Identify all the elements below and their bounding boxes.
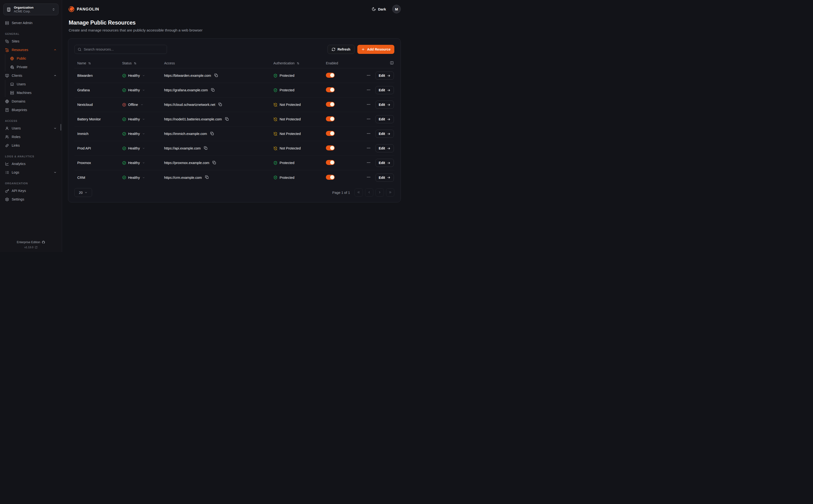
sidebar-item-label: Settings <box>12 197 24 201</box>
sidebar-item-domains[interactable]: Domains <box>3 97 59 106</box>
ellipsis-icon <box>366 131 371 136</box>
edition-link[interactable]: Enterprise Edition <box>0 241 62 244</box>
next-page-button[interactable] <box>375 188 384 197</box>
prev-page-button[interactable] <box>365 188 373 197</box>
arrow-right-icon <box>387 103 390 107</box>
enabled-toggle[interactable] <box>326 175 335 180</box>
status-badge[interactable]: Healthy <box>122 74 145 78</box>
sidebar-item-settings[interactable]: Settings <box>3 195 59 204</box>
table-row: CRM Healthy https://crm.example.com Prot… <box>74 170 394 185</box>
chevron-down-icon <box>142 147 145 150</box>
edit-button[interactable]: Edit <box>375 115 394 123</box>
status-badge[interactable]: Healthy <box>122 88 145 92</box>
column-header-authentication[interactable]: Authentication <box>273 61 326 65</box>
sidebar-item-analytics[interactable]: Analytics <box>3 159 59 168</box>
sort-icon <box>134 62 137 65</box>
copy-url-button[interactable] <box>211 88 215 93</box>
sidebar-item-sites[interactable]: Sites <box>3 37 59 46</box>
sidebar: Organization ACME Corp. Server AdminGENE… <box>0 0 62 252</box>
ellipsis-icon <box>366 102 371 107</box>
first-page-button[interactable] <box>354 188 363 197</box>
column-header-name[interactable]: Name <box>74 61 122 65</box>
edit-button[interactable]: Edit <box>375 159 394 167</box>
copy-url-button[interactable] <box>210 132 214 136</box>
status-badge[interactable]: Healthy <box>122 146 145 150</box>
sidebar-item-clients[interactable]: Clients <box>3 71 59 80</box>
machines-icon <box>10 91 14 95</box>
search-input[interactable] <box>84 47 164 51</box>
sidebar-item-roles[interactable]: Roles <box>3 133 59 141</box>
row-menu-button[interactable] <box>366 87 371 93</box>
sidebar-item-users[interactable]: Users <box>5 80 59 88</box>
sidebar-item-links[interactable]: Links <box>3 141 59 150</box>
copy-url-button[interactable] <box>204 146 207 151</box>
enabled-toggle[interactable] <box>326 73 335 78</box>
sidebar-section-label: ACCESS <box>3 119 59 122</box>
column-settings-button[interactable] <box>389 60 394 66</box>
status-badge[interactable]: Healthy <box>122 161 145 165</box>
copy-url-button[interactable] <box>225 117 229 122</box>
app-root: Organization ACME Corp. Server AdminGENE… <box>0 0 406 252</box>
enabled-toggle[interactable] <box>326 116 335 121</box>
edit-button[interactable]: Edit <box>375 130 394 138</box>
enabled-toggle[interactable] <box>326 102 335 107</box>
avatar-initial: M <box>395 7 398 11</box>
enabled-toggle[interactable] <box>326 160 335 165</box>
row-menu-button[interactable] <box>366 116 371 122</box>
sidebar-item-logs[interactable]: Logs <box>3 168 59 177</box>
sidebar-item-label: API Keys <box>12 189 26 193</box>
row-menu-button[interactable] <box>366 131 371 137</box>
copy-url-button[interactable] <box>212 161 216 165</box>
copy-icon <box>205 175 209 180</box>
status-icon <box>122 74 126 78</box>
sidebar-scrollbar-thumb[interactable] <box>60 124 61 131</box>
auth-icon <box>273 146 277 150</box>
sidebar-item-api-keys[interactable]: API Keys <box>3 186 59 195</box>
status-badge[interactable]: Healthy <box>122 175 145 180</box>
copy-icon <box>212 161 216 165</box>
last-page-button[interactable] <box>386 188 394 197</box>
avatar[interactable]: M <box>392 5 401 13</box>
search-box[interactable] <box>74 45 167 54</box>
copy-url-button[interactable] <box>218 103 222 107</box>
status-badge[interactable]: Healthy <box>122 117 145 121</box>
chevron-down-icon <box>142 176 145 179</box>
sidebar-item-machines[interactable]: Machines <box>5 88 59 97</box>
column-header-status[interactable]: Status <box>122 61 164 65</box>
copy-url-button[interactable] <box>214 73 218 78</box>
page-size-select[interactable]: 20 <box>74 188 92 197</box>
sidebar-item-public[interactable]: Public <box>5 54 59 63</box>
enabled-toggle[interactable] <box>326 87 335 92</box>
ellipsis-icon <box>366 160 371 165</box>
org-selector-value: ACME Corp. <box>14 10 49 13</box>
row-menu-button[interactable] <box>366 73 371 79</box>
row-menu-button[interactable] <box>366 102 371 108</box>
sidebar-item-resources[interactable]: Resources <box>3 46 59 54</box>
sidebar-item-users[interactable]: Users <box>3 124 59 133</box>
copy-url-button[interactable] <box>205 175 209 180</box>
sidebar-item-server-admin[interactable]: Server Admin <box>3 19 59 27</box>
status-badge[interactable]: Offline <box>122 103 143 107</box>
sidebar-item-private[interactable]: Private <box>5 63 59 71</box>
enabled-toggle[interactable] <box>326 131 335 136</box>
edit-button[interactable]: Edit <box>375 174 394 182</box>
brand[interactable]: PANGOLIN <box>68 6 99 12</box>
sidebar-item-blueprints[interactable]: Blueprints <box>3 106 59 114</box>
theme-toggle-button[interactable]: Dark <box>372 7 386 11</box>
edit-button[interactable]: Edit <box>375 144 394 152</box>
row-menu-button[interactable] <box>366 160 371 166</box>
row-menu-button[interactable] <box>366 145 371 151</box>
version-link[interactable]: v1.13.0 <box>0 246 62 249</box>
refresh-button[interactable]: Refresh <box>327 45 354 54</box>
edit-button[interactable]: Edit <box>375 86 394 94</box>
copy-icon <box>225 117 229 122</box>
status-badge[interactable]: Healthy <box>122 132 145 136</box>
edit-button[interactable]: Edit <box>375 72 394 80</box>
edit-button[interactable]: Edit <box>375 101 394 109</box>
add-resource-button[interactable]: Add Resource <box>357 45 394 54</box>
row-menu-button[interactable] <box>366 175 371 180</box>
org-selector[interactable]: Organization ACME Corp. <box>3 4 58 15</box>
chevron-left-icon <box>367 190 371 195</box>
domains-icon <box>5 99 9 103</box>
enabled-toggle[interactable] <box>326 145 335 150</box>
